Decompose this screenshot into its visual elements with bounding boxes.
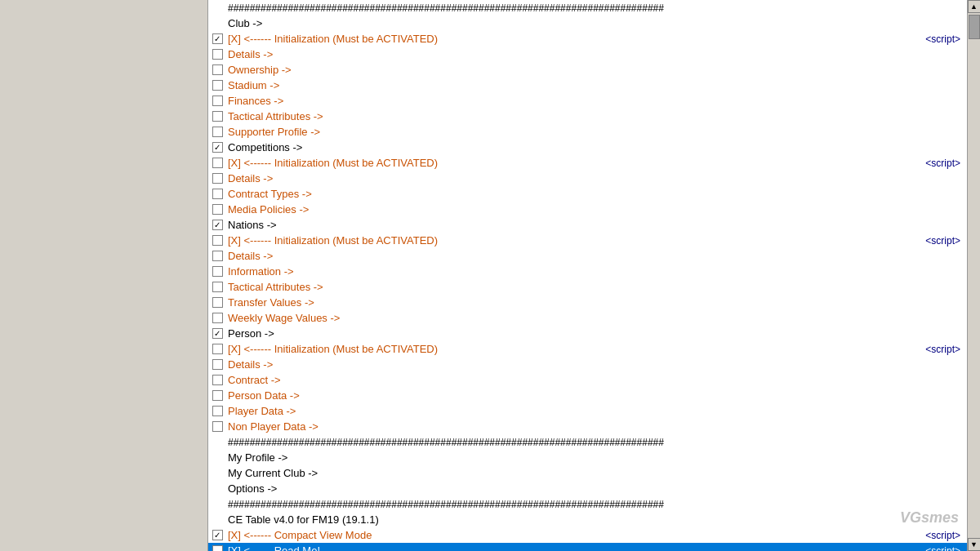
checkbox-empty[interactable] — [212, 64, 223, 75]
list-row[interactable]: Stadium -> — [208, 78, 967, 93]
list-row[interactable]: [X] <------ Initialization (Must be ACTI… — [208, 233, 967, 248]
row-text-label: CE Table v4.0 for FM19 (19.1.1) — [225, 513, 379, 526]
checkbox-empty[interactable] — [212, 111, 223, 122]
checkbox-empty[interactable] — [212, 49, 223, 60]
list-row[interactable]: Club -> — [208, 16, 967, 31]
list-row[interactable]: Supporter Profile -> — [208, 124, 967, 140]
checkbox-empty[interactable] — [212, 282, 223, 292]
list-row[interactable]: Finances -> — [208, 93, 967, 109]
checkbox-col — [210, 63, 225, 78]
row-text-label: [X] <------ Initialization (Must be ACTI… — [225, 234, 438, 247]
checkbox-empty[interactable] — [212, 96, 223, 106]
row-text-label: Tactical Attributes -> — [225, 281, 323, 293]
list-row[interactable]: Player Data -> — [208, 403, 967, 419]
checkbox-empty[interactable] — [212, 204, 223, 215]
list-row[interactable]: My Current Club -> — [208, 465, 967, 481]
row-text-area: [X] <------ Initialization (Must be ACTI… — [225, 343, 925, 355]
list-row[interactable]: Tactical Attributes -> — [208, 109, 967, 124]
list-row[interactable]: My Profile -> — [208, 450, 967, 465]
row-text-area: Person -> — [225, 327, 967, 340]
checkbox-checked[interactable]: ✓ — [212, 142, 223, 153]
row-text-label: Stadium -> — [225, 79, 279, 91]
row-text-area: [X] <------ Compact View Mode — [225, 529, 925, 541]
script-tag: <script> — [925, 235, 967, 247]
list-row[interactable]: ✓[X] <------ Compact View Mode<script> — [208, 527, 967, 543]
list-content[interactable]: ########################################… — [208, 0, 967, 551]
checkbox-empty[interactable] — [212, 266, 223, 277]
checkbox-col — [210, 264, 225, 279]
checkbox-empty[interactable] — [212, 235, 223, 246]
list-row[interactable]: Contract -> — [208, 372, 967, 388]
list-row[interactable]: Details -> — [208, 47, 967, 62]
row-text-label: Details -> — [225, 48, 273, 60]
checkbox-col: ✓ — [210, 327, 225, 341]
list-row[interactable]: ########################################… — [208, 0, 967, 16]
checkbox-empty[interactable] — [212, 344, 223, 354]
checkbox-empty[interactable] — [212, 545, 223, 551]
row-text-label: Person -> — [225, 327, 274, 340]
row-text-area: Details -> — [225, 172, 967, 184]
checkbox-checked[interactable]: ✓ — [212, 530, 223, 540]
checkbox-empty[interactable] — [212, 127, 223, 137]
list-row[interactable]: Media Policies -> — [208, 202, 967, 217]
list-row[interactable]: Person Data -> — [208, 388, 967, 403]
scroll-up-button[interactable]: ▲ — [968, 0, 981, 13]
list-row[interactable]: Tactical Attributes -> — [208, 279, 967, 295]
checkbox-empty[interactable] — [212, 390, 223, 401]
checkbox-empty[interactable] — [212, 359, 223, 370]
list-row[interactable]: ✓Competitions -> — [208, 140, 967, 155]
checkbox-col: ✓ — [210, 218, 225, 233]
row-text-area: Details -> — [225, 48, 967, 60]
row-text-area: Finances -> — [225, 95, 967, 107]
row-text-label: Club -> — [225, 17, 262, 29]
scroll-down-button[interactable]: ▼ — [968, 538, 981, 551]
row-text-area: ########################################… — [225, 2, 967, 14]
checkbox-checked[interactable]: ✓ — [212, 328, 223, 339]
scrollbar[interactable]: ▲ ▼ — [967, 0, 980, 551]
checkbox-empty[interactable] — [212, 80, 223, 91]
checkbox-col — [210, 342, 225, 357]
list-row[interactable]: Weekly Wage Values -> — [208, 310, 967, 326]
checkbox-empty[interactable] — [212, 421, 223, 432]
checkbox-checked[interactable]: ✓ — [212, 220, 223, 230]
list-row[interactable]: Options -> — [208, 481, 967, 496]
list-row[interactable]: ########################################… — [208, 496, 967, 512]
list-row[interactable]: ########################################… — [208, 434, 967, 450]
list-row[interactable]: ✓Nations -> — [208, 217, 967, 233]
list-row[interactable]: Non Player Data -> — [208, 419, 967, 434]
checkbox-col — [210, 373, 225, 388]
checkbox-empty[interactable] — [212, 406, 223, 416]
list-row[interactable]: [X] <------ Initialization (Must be ACTI… — [208, 341, 967, 357]
scrollbar-thumb[interactable] — [969, 15, 980, 39]
list-row[interactable]: ✓Person -> — [208, 326, 967, 341]
list-row[interactable]: Information -> — [208, 264, 967, 279]
checkbox-empty[interactable] — [212, 189, 223, 199]
checkbox-empty[interactable] — [212, 173, 223, 184]
checkbox-empty[interactable] — [212, 313, 223, 323]
row-text-label: Nations -> — [225, 219, 277, 231]
row-text-label: Contract -> — [225, 374, 281, 386]
list-row[interactable]: ✓[X] <------ Initialization (Must be ACT… — [208, 31, 967, 47]
checkbox-col — [210, 78, 225, 93]
checkbox-empty[interactable] — [212, 158, 223, 168]
checkbox-col — [210, 233, 225, 248]
checkbox-checked[interactable]: ✓ — [212, 33, 223, 44]
list-area: ########################################… — [208, 0, 967, 551]
list-row[interactable]: Contract Types -> — [208, 186, 967, 202]
list-row[interactable]: Transfer Values -> — [208, 295, 967, 310]
checkbox-col — [210, 202, 225, 217]
list-row[interactable]: Ownership -> — [208, 62, 967, 78]
list-row[interactable]: Details -> — [208, 248, 967, 264]
list-row[interactable]: Details -> — [208, 171, 967, 186]
list-row[interactable]: CE Table v4.0 for FM19 (19.1.1) — [208, 512, 967, 527]
row-text-area: Weekly Wage Values -> — [225, 312, 967, 324]
list-row[interactable]: Details -> — [208, 357, 967, 372]
script-tag: <script> — [925, 530, 967, 541]
list-row[interactable]: [X] <------ Read Me!<script> — [208, 543, 967, 551]
checkbox-col — [210, 156, 225, 171]
scrollbar-track[interactable] — [968, 13, 980, 538]
checkbox-empty[interactable] — [212, 297, 223, 308]
checkbox-empty[interactable] — [212, 251, 223, 261]
list-row[interactable]: [X] <------ Initialization (Must be ACTI… — [208, 155, 967, 171]
checkbox-empty[interactable] — [212, 375, 223, 385]
